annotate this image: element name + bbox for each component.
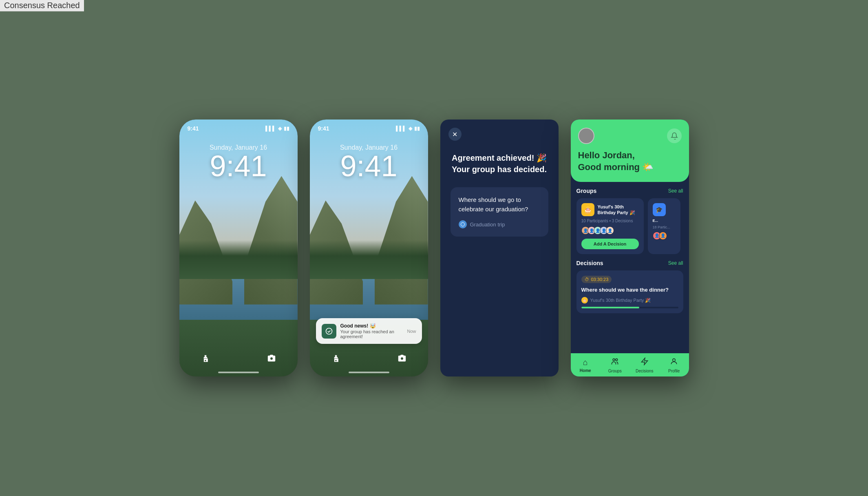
app-greeting: Hello Jordan,Good morning 🌤️ xyxy=(578,150,682,173)
app-screen: Hello Jordan,Good morning 🌤️ Groups See … xyxy=(571,120,689,376)
nav-decisions-label: Decisions xyxy=(636,369,653,373)
trees xyxy=(179,240,298,279)
group2-mini-2: 👤 xyxy=(659,232,667,240)
title-bar: Consensus Reached xyxy=(0,0,84,11)
notif-body: Your group has reached an agreement! xyxy=(340,329,403,339)
nav-profile-label: Profile xyxy=(668,369,680,373)
decision-group-icon: 🎂 xyxy=(581,297,588,303)
battery2-icon: ▮▮ xyxy=(414,126,420,131)
decisions-icon xyxy=(641,357,649,368)
phone2-time-area: Sunday, January 16 9:41 xyxy=(310,144,428,181)
decision-group: 🎂 Yusuf's 30th Birthday Party 🎉 xyxy=(581,297,678,303)
screens-container: 9:41 ▌▌▌ ◈ ▮▮ Sunday, January 16 9:41 xyxy=(33,33,835,463)
agreement-group-name: Graduation trip xyxy=(470,221,505,228)
decisions-see-all[interactable]: See all xyxy=(668,260,683,266)
phone1-status-bar: 9:41 ▌▌▌ ◈ ▮▮ xyxy=(188,125,289,132)
phone1-clock: 9:41 xyxy=(179,151,298,181)
group-card-1[interactable]: 🎂 Yusuf's 30th Birthday Party 🎉 10 Parti… xyxy=(576,198,644,254)
wifi2-icon: ◈ xyxy=(409,126,412,131)
agreement-title: Agreement achieved! 🎉Your group has deci… xyxy=(452,152,547,175)
nav-home[interactable]: ⌂ Home xyxy=(574,358,596,373)
phone2-status-icons: ▌▌▌ ◈ ▮▮ xyxy=(396,126,420,131)
phone2-bottom-controls xyxy=(310,353,428,364)
agreement-question: Where should we go to celebrate our grad… xyxy=(459,195,540,214)
app-body: Groups See all 🎂 Yusuf's 30th Birthday P… xyxy=(571,182,689,353)
phone1-screen: 9:41 ▌▌▌ ◈ ▮▮ Sunday, January 16 9:41 xyxy=(179,120,298,376)
phone1-date: Sunday, January 16 xyxy=(179,144,298,151)
groups-section-title: Groups xyxy=(576,188,597,194)
timer-badge: ⏱ 03:30:23 xyxy=(581,276,612,283)
flashlight2-icon[interactable] xyxy=(330,353,342,364)
phone2-date: Sunday, January 16 xyxy=(310,144,428,151)
svg-marker-5 xyxy=(641,358,647,365)
groups-see-all[interactable]: See all xyxy=(668,188,683,194)
nav-decisions[interactable]: Decisions xyxy=(633,357,656,373)
phone2-clock: 9:41 xyxy=(310,151,428,181)
svg-point-1 xyxy=(461,223,464,226)
nav-profile[interactable]: Profile xyxy=(663,357,685,373)
decision-card-1[interactable]: ⏱ 03:30:23 Where should we have the dinn… xyxy=(576,270,683,313)
phone1-time: 9:41 xyxy=(188,125,199,132)
svg-point-3 xyxy=(613,359,615,361)
battery-icon: ▮▮ xyxy=(284,126,289,131)
groups-icon xyxy=(611,357,619,368)
group-stats: 10 Participants • 3 Decisions xyxy=(581,219,639,223)
wifi-icon: ◈ xyxy=(278,126,282,131)
camera-icon[interactable] xyxy=(266,353,277,364)
phone1-status-icons: ▌▌▌ ◈ ▮▮ xyxy=(265,126,289,131)
nav-home-label: Home xyxy=(580,368,591,373)
group-icon xyxy=(459,220,467,228)
phone1-time-area: Sunday, January 16 9:41 xyxy=(179,144,298,181)
decisions-section-header: Decisions See all xyxy=(576,260,683,266)
group-card-2-partial[interactable]: 🎓 E... 18 Partic... 👤 👤 xyxy=(648,198,680,254)
flashlight-icon[interactable] xyxy=(200,353,211,364)
agreement-question-box: Where should we go to celebrate our grad… xyxy=(451,187,548,237)
phone1-bottom-controls xyxy=(179,353,298,364)
group-name: Yusuf's 30th Birthday Party 🎉 xyxy=(598,204,639,216)
phone2-screen: 9:41 ▌▌▌ ◈ ▮▮ Sunday, January 16 9:41 Go… xyxy=(310,120,428,376)
profile-icon xyxy=(670,357,678,368)
signal-icon: ▌▌▌ xyxy=(265,126,276,131)
group-avatar: 🎂 xyxy=(581,203,594,216)
group2-avatar: 🎓 xyxy=(653,203,666,216)
progress-bar-fill xyxy=(581,307,640,308)
close-button[interactable]: ✕ xyxy=(448,128,462,141)
groups-section-header: Groups See all xyxy=(576,188,683,194)
phone2-home-indicator xyxy=(349,372,389,373)
agreement-group: Graduation trip xyxy=(459,220,540,228)
group-card-header: 🎂 Yusuf's 30th Birthday Party 🎉 xyxy=(581,203,639,216)
decisions-section: Decisions See all ⏱ 03:30:23 Where shoul… xyxy=(576,260,683,313)
signal2-icon: ▌▌▌ xyxy=(396,126,406,131)
camera2-icon[interactable] xyxy=(396,353,408,364)
timer-icon: ⏱ xyxy=(585,277,589,282)
group2-stats: 18 Partic... xyxy=(653,225,676,229)
app-header: Hello Jordan,Good morning 🌤️ xyxy=(571,120,689,182)
app-header-top xyxy=(578,128,682,144)
timer-value: 03:30:23 xyxy=(591,277,609,282)
notification-pill[interactable]: Good news! 🤯 Your group has reached an a… xyxy=(316,318,422,344)
ground xyxy=(179,320,298,376)
decision-question: Where should we have the dinner? xyxy=(581,286,678,294)
notification-content: Good news! 🤯 Your group has reached an a… xyxy=(340,323,403,339)
notif-time: Now xyxy=(407,329,416,334)
svg-point-2 xyxy=(584,132,588,137)
nav-groups[interactable]: Groups xyxy=(604,357,626,373)
agreement-screen: ✕ Agreement achieved! 🎉Your group has de… xyxy=(440,120,559,376)
user-avatar[interactable] xyxy=(578,128,594,144)
notif-title: Good news! 🤯 xyxy=(340,323,403,329)
add-decision-button[interactable]: Add A Decision xyxy=(581,239,639,249)
groups-row: 🎂 Yusuf's 30th Birthday Party 🎉 10 Parti… xyxy=(576,198,683,254)
svg-point-4 xyxy=(616,359,618,361)
group2-avatar-row: 👤 👤 xyxy=(653,232,676,240)
svg-point-6 xyxy=(673,359,676,361)
phone2-status-bar: 9:41 ▌▌▌ ◈ ▮▮ xyxy=(318,125,420,132)
notif-app-icon xyxy=(322,324,336,339)
nav-groups-label: Groups xyxy=(608,369,622,373)
progress-bar-background xyxy=(581,307,678,308)
mini-avatar-5: 👤 xyxy=(606,226,614,235)
phone1-home-indicator xyxy=(218,372,259,373)
avatar-row: 👤 👤 👤 👤 👤 xyxy=(581,226,639,235)
decision-group-name: Yusuf's 30th Birthday Party 🎉 xyxy=(590,298,651,303)
bell-button[interactable] xyxy=(667,128,682,143)
decisions-section-title: Decisions xyxy=(576,260,603,266)
